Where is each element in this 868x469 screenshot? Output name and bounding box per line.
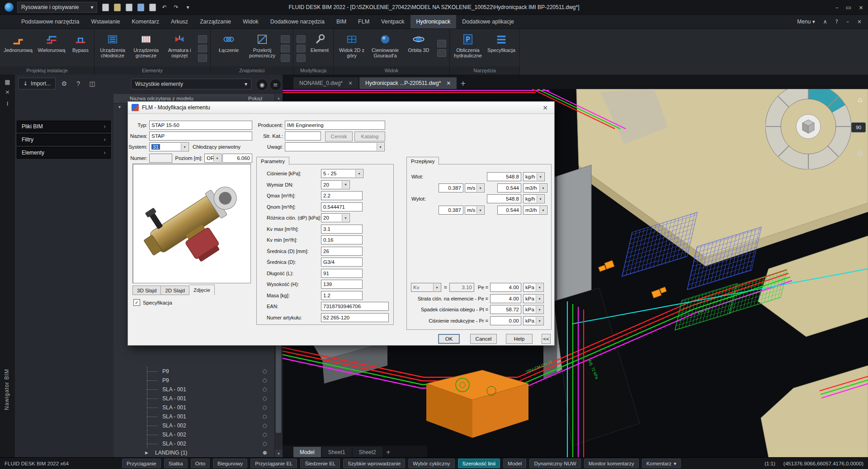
tab-parametry[interactable]: Parametry bbox=[256, 157, 289, 165]
ok-button[interactable]: OK bbox=[438, 334, 460, 344]
save-button[interactable] bbox=[136, 3, 145, 12]
zoom-badge[interactable]: 90 bbox=[851, 122, 866, 132]
list-options-button[interactable]: ≡ bbox=[269, 79, 282, 91]
cycle-select-toggle[interactable]: Wybór cykliczny bbox=[408, 459, 454, 468]
dynamic-ucs-toggle[interactable]: Dynamiczny NUW bbox=[529, 459, 580, 468]
close-tab-icon[interactable]: × bbox=[348, 80, 353, 86]
restore-button[interactable]: ▭ bbox=[846, 4, 851, 11]
close-panel-icon[interactable]: × bbox=[4, 88, 11, 96]
quick-input-toggle[interactable]: Szybkie wprowadzanie bbox=[343, 459, 405, 468]
comment-dropdown[interactable]: Komentarz▾ bbox=[642, 459, 681, 468]
hydraulic-calculations-button[interactable]: P Obliczenia hydrauliczne bbox=[452, 30, 484, 66]
tree-row[interactable]: SLA - 001○ bbox=[113, 403, 283, 412]
visibility-toggle-icon[interactable]: ○ bbox=[263, 385, 267, 394]
spadek-unit-select[interactable]: kPa▾ bbox=[523, 305, 544, 314]
wylot-flow-unit-select[interactable]: m3/h▾ bbox=[523, 206, 547, 215]
doc-close-icon[interactable]: × bbox=[857, 19, 862, 25]
cennik-button[interactable]: Cennik bbox=[325, 131, 353, 141]
visibility-toggle-icon[interactable]: ○ bbox=[263, 412, 267, 421]
isolate-tool-button[interactable]: ◉ bbox=[256, 79, 268, 91]
tree-row[interactable]: SLA - 002○ bbox=[113, 430, 283, 439]
pe-field[interactable]: 4.00 bbox=[490, 283, 521, 292]
sidebar-item-elementy[interactable]: Elementy › bbox=[17, 147, 111, 159]
open-file-button[interactable] bbox=[113, 3, 122, 12]
tab-model[interactable]: Model bbox=[293, 447, 321, 457]
mini-tool-icon[interactable] bbox=[437, 49, 446, 57]
mini-tool-icon[interactable] bbox=[297, 35, 306, 43]
new-tab-button[interactable]: + bbox=[458, 78, 468, 89]
gouraud-shading-button[interactable]: Cieniowanie Gouraud'a bbox=[369, 30, 401, 66]
visibility-toggle-icon[interactable]: ○ bbox=[263, 421, 267, 430]
qmax-field[interactable]: 2.2 bbox=[321, 191, 363, 200]
tab-dodatkowe-aplikacje[interactable]: Dodatkowe aplikacje bbox=[456, 15, 520, 28]
doc-tab-hydronicpack[interactable]: Hydronicpack ...P-220511.dwg* × bbox=[359, 77, 457, 89]
tree-row[interactable]: SLA - 001○ bbox=[113, 412, 283, 421]
visibility-toggle-icon[interactable]: ○ bbox=[263, 376, 267, 385]
srednica-field[interactable]: G3/4 bbox=[321, 258, 363, 267]
polar-toggle[interactable]: Biegunowy bbox=[213, 459, 247, 468]
mini-tool-icon[interactable] bbox=[281, 54, 290, 62]
tree-row[interactable]: SLA - 002○ bbox=[113, 421, 283, 430]
tree-row[interactable]: SLA - 001○ bbox=[113, 394, 283, 403]
tree-row[interactable]: P9○ bbox=[113, 367, 283, 376]
tab-dodatkowe-narzedzia[interactable]: Dodatkowe narzędzia bbox=[264, 15, 330, 28]
sheet-set-button[interactable] bbox=[124, 3, 133, 12]
snap-toggle[interactable]: Przyciąganie bbox=[122, 459, 161, 468]
tab-widok[interactable]: Widok bbox=[237, 15, 264, 28]
numer-artykulu-field[interactable]: 52 265-120 bbox=[321, 313, 389, 322]
gear-icon[interactable]: ⚙ bbox=[857, 150, 863, 158]
customize-toolbar-button[interactable]: ▾ bbox=[183, 3, 192, 12]
specification-checkbox-row[interactable]: ✓ Specyfikacja bbox=[133, 299, 172, 306]
checkbox-checked-icon[interactable]: ✓ bbox=[133, 299, 140, 306]
wysokosc-field[interactable]: 139 bbox=[321, 280, 363, 289]
tab-komentarz[interactable]: Komentarz bbox=[126, 15, 165, 28]
redukcyjne-unit-select[interactable]: kPa▾ bbox=[523, 316, 544, 325]
new-file-button[interactable] bbox=[101, 3, 110, 12]
wlot-velocity-field[interactable]: 0.387 bbox=[439, 183, 463, 192]
specification-button[interactable]: Specyfikacja bbox=[485, 30, 518, 66]
help-button[interactable]: ? bbox=[73, 78, 84, 89]
navigation-wheel[interactable] bbox=[765, 89, 851, 169]
heating-devices-button[interactable]: Urządzenia grzewcze bbox=[130, 30, 162, 66]
mini-tool-icon[interactable] bbox=[198, 45, 207, 52]
cisnienie-select[interactable]: 5 - 25▾ bbox=[321, 169, 363, 178]
tree-row[interactable]: P9○ bbox=[113, 376, 283, 385]
kv-max-field[interactable]: 3.1 bbox=[321, 225, 363, 234]
import-button[interactable]: ↓ Import... bbox=[18, 78, 56, 89]
esnap-toggle[interactable]: Przyciąganie EL bbox=[250, 459, 297, 468]
collapse-panel-button[interactable]: << bbox=[542, 334, 551, 344]
mini-tool-icon[interactable] bbox=[198, 54, 207, 62]
redo-button[interactable]: ↷ bbox=[171, 3, 180, 12]
single-pipe-button[interactable]: Jednorurową bbox=[2, 30, 34, 66]
visibility-toggle-icon[interactable]: ● bbox=[263, 448, 267, 457]
mini-tool-icon[interactable] bbox=[198, 35, 207, 43]
wymiar-dn-select[interactable]: 20▾ bbox=[321, 180, 350, 189]
ean-field[interactable]: 7318793946706 bbox=[321, 302, 389, 311]
wlot-velocity-unit-select[interactable]: m/s▾ bbox=[465, 183, 485, 192]
wylot-velocity-unit-select[interactable]: m/s▾ bbox=[465, 206, 485, 215]
undo-button[interactable]: ↶ bbox=[160, 3, 169, 12]
element-filter-select[interactable]: Wszystkie elementy ▾ bbox=[131, 79, 251, 89]
connect-button[interactable]: Łączenie bbox=[212, 30, 245, 66]
tree-row-branch[interactable]: ▶LANDING (1)● bbox=[113, 448, 283, 457]
etrack-toggle[interactable]: Śledzenie EL bbox=[300, 459, 340, 468]
mini-tool-icon[interactable] bbox=[297, 45, 306, 52]
lineweight-toggle[interactable]: Szerokość linii bbox=[458, 459, 500, 468]
mini-tool-icon[interactable] bbox=[437, 40, 446, 47]
wlot-mass-field[interactable]: 548.8 bbox=[487, 172, 521, 181]
modify-element-button[interactable]: Element bbox=[308, 30, 331, 66]
visibility-toggle-icon[interactable]: ○ bbox=[263, 394, 267, 403]
dock-panel-button[interactable]: ◫ bbox=[87, 78, 98, 89]
producent-field[interactable]: IMI Engineering bbox=[285, 121, 385, 130]
close-tab-icon[interactable]: × bbox=[446, 80, 451, 86]
expand-icon[interactable]: ▶ bbox=[145, 448, 148, 457]
tab-flm[interactable]: FLM bbox=[352, 15, 375, 28]
strata-field[interactable]: 4.00 bbox=[490, 294, 521, 303]
minimize-button[interactable]: – bbox=[835, 4, 839, 11]
menu-button[interactable]: Menu ▾ bbox=[797, 19, 815, 25]
wlot-mass-unit-select[interactable]: kg/h▾ bbox=[523, 172, 545, 181]
katalog-button[interactable]: Katalog bbox=[354, 131, 385, 141]
wylot-flow-field[interactable]: 0.544 bbox=[497, 206, 521, 215]
tab-sheet2[interactable]: Sheet2 bbox=[353, 447, 382, 457]
ortho-toggle[interactable]: Orto bbox=[191, 459, 210, 468]
